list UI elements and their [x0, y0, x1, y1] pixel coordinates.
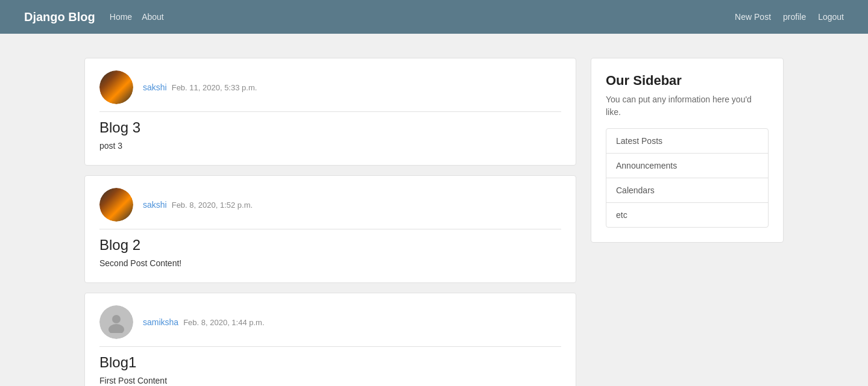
- navbar: Django Blog Home About New Post profile …: [0, 0, 868, 34]
- sidebar-list-item[interactable]: etc: [606, 203, 768, 227]
- post-content: Second Post Content!: [99, 258, 561, 268]
- post-card: sakshi Feb. 8, 2020, 1:52 p.m. Blog 2 Se…: [84, 175, 576, 283]
- nav-new-post[interactable]: New Post: [735, 12, 771, 22]
- sidebar-column: Our Sidebar You can put any information …: [591, 58, 784, 243]
- sidebar-list-item[interactable]: Latest Posts: [606, 129, 768, 154]
- post-content: First Post Content: [99, 376, 561, 385]
- post-content: post 3: [99, 141, 561, 151]
- sidebar-card: Our Sidebar You can put any information …: [591, 58, 784, 243]
- posts-column: sakshi Feb. 11, 2020, 5:33 p.m. Blog 3 p…: [84, 58, 576, 386]
- post-author[interactable]: samiksha: [143, 317, 178, 327]
- sidebar-description: You can put any information here you'd l…: [606, 93, 769, 119]
- sidebar-list-item[interactable]: Calendars: [606, 178, 768, 203]
- avatar: [99, 70, 133, 104]
- post-card: samiksha Feb. 8, 2020, 1:44 p.m. Blog1 F…: [84, 293, 576, 386]
- post-author[interactable]: sakshi: [143, 82, 167, 92]
- post-header: sakshi Feb. 8, 2020, 1:52 p.m.: [99, 188, 561, 229]
- post-date: Feb. 8, 2020, 1:52 p.m.: [172, 201, 253, 210]
- nav-home[interactable]: Home: [110, 12, 132, 22]
- sidebar-title: Our Sidebar: [606, 73, 769, 89]
- nav-about[interactable]: About: [142, 12, 164, 22]
- nav-profile[interactable]: profile: [783, 12, 806, 22]
- navbar-right: New Post profile Logout: [735, 12, 844, 22]
- navbar-left: Django Blog Home About: [24, 10, 164, 24]
- post-card: sakshi Feb. 11, 2020, 5:33 p.m. Blog 3 p…: [84, 58, 576, 166]
- post-meta-line: sakshi Feb. 8, 2020, 1:52 p.m.: [143, 200, 561, 210]
- post-meta-line: sakshi Feb. 11, 2020, 5:33 p.m.: [143, 82, 561, 92]
- post-meta-line: samiksha Feb. 8, 2020, 1:44 p.m.: [143, 317, 561, 327]
- post-author[interactable]: sakshi: [143, 200, 167, 210]
- post-date: Feb. 8, 2020, 1:44 p.m.: [183, 318, 264, 327]
- svg-point-0: [112, 315, 121, 323]
- post-date: Feb. 11, 2020, 5:33 p.m.: [172, 83, 257, 92]
- main-container: sakshi Feb. 11, 2020, 5:33 p.m. Blog 3 p…: [72, 34, 796, 386]
- post-meta: sakshi Feb. 11, 2020, 5:33 p.m.: [143, 82, 561, 92]
- default-avatar-icon: [105, 311, 127, 333]
- post-meta: samiksha Feb. 8, 2020, 1:44 p.m.: [143, 317, 561, 327]
- post-meta: sakshi Feb. 8, 2020, 1:52 p.m.: [143, 200, 561, 210]
- sidebar-list-item[interactable]: Announcements: [606, 154, 768, 178]
- post-title[interactable]: Blog 2: [99, 237, 561, 254]
- sidebar-list: Latest PostsAnnouncementsCalendarsetc: [606, 128, 769, 228]
- nav-logout[interactable]: Logout: [818, 12, 844, 22]
- navbar-brand[interactable]: Django Blog: [24, 10, 95, 24]
- avatar: [99, 305, 133, 339]
- post-header: sakshi Feb. 11, 2020, 5:33 p.m.: [99, 70, 561, 112]
- post-title[interactable]: Blog 3: [99, 119, 561, 136]
- post-header: samiksha Feb. 8, 2020, 1:44 p.m.: [99, 305, 561, 347]
- post-title[interactable]: Blog1: [99, 354, 561, 371]
- avatar: [99, 188, 133, 222]
- navbar-nav: Home About: [110, 12, 164, 22]
- svg-point-1: [108, 324, 124, 333]
